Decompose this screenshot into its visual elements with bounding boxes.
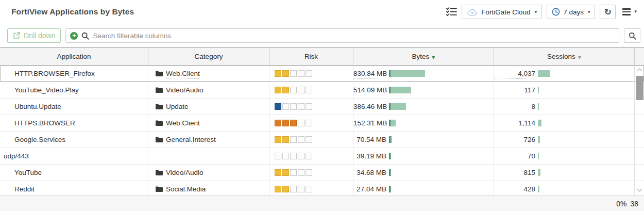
sessions-cell[interactable]: 4,037 — [494, 66, 635, 82]
drill-down-icon — [13, 32, 20, 39]
sessions-cell[interactable]: 726 — [494, 132, 635, 148]
sessions-cell[interactable]: 815 — [494, 165, 635, 181]
scrollbar-thumb[interactable] — [636, 76, 643, 100]
progress-value: 0% — [616, 200, 626, 208]
category-cell[interactable]: Video/Audio — [148, 165, 269, 181]
application-name: HTTPS.BROWSER — [14, 119, 75, 127]
folder-icon — [156, 170, 163, 175]
time-range-dropdown[interactable]: 7 days ▾ — [547, 5, 595, 19]
bytes-cell[interactable]: 386.46 MB — [353, 99, 494, 115]
category-name: General.Interest — [166, 135, 216, 144]
drill-down-button[interactable]: Drill down — [7, 28, 61, 43]
application-cell[interactable]: Reddit — [0, 181, 148, 196]
column-header-bytes[interactable]: Bytes ▾ — [353, 48, 494, 65]
risk-meter — [275, 169, 312, 176]
category-name: Update — [166, 102, 189, 111]
risk-cell — [269, 82, 353, 98]
sessions-cell[interactable]: 428 — [494, 181, 635, 196]
table-header: Application Category Risk Bytes ▾ Sessio… — [0, 47, 644, 66]
category-cell[interactable]: General.Interest — [148, 132, 269, 148]
application-cell[interactable]: udp/443 — [0, 148, 148, 164]
sort-desc-icon: ▾ — [432, 54, 435, 60]
bytes-value: 386.46 MB — [353, 102, 386, 111]
table-row[interactable]: HTTPS.BROWSER Web.Client 152.31 MB 1,114 — [0, 115, 644, 132]
table-row[interactable]: HTTP.BROWSER_Firefox Web.Client 830.84 M… — [0, 66, 644, 82]
search-box[interactable]: + — [65, 28, 619, 43]
folder-icon — [156, 120, 163, 126]
sessions-value: 428 — [494, 185, 535, 194]
sessions-bar — [538, 136, 540, 143]
add-filter-icon[interactable]: + — [70, 32, 78, 40]
table-row[interactable]: Ubuntu.Update Update 386.46 MB 8 — [0, 99, 644, 115]
view-settings-icon[interactable] — [446, 7, 457, 17]
sessions-cell[interactable]: 8 — [494, 99, 635, 115]
category-cell[interactable] — [148, 148, 269, 164]
category-cell[interactable]: Social.Media — [148, 181, 269, 196]
device-dropdown[interactable]: FortiGate Cloud ▾ — [462, 5, 542, 19]
table-row[interactable]: Google.Services General.Interest 70.54 M… — [0, 132, 644, 148]
table-row[interactable]: YouTube_Video.Play Video/Audio 514.09 MB… — [0, 82, 644, 99]
folder-icon — [156, 137, 163, 142]
application-cell[interactable]: YouTube_Video.Play — [0, 82, 148, 98]
table-body: HTTP.BROWSER_Firefox Web.Client 830.84 M… — [0, 66, 644, 196]
sessions-value: 1,114 — [494, 119, 535, 128]
scrollbar[interactable] — [635, 66, 644, 196]
bytes-cell[interactable]: 39.19 MB — [353, 148, 494, 164]
application-cell[interactable]: Google.Services — [0, 132, 148, 148]
risk-meter — [275, 87, 312, 93]
risk-meter — [275, 103, 312, 110]
search-icon — [81, 32, 89, 40]
sessions-cell[interactable]: 117 — [494, 82, 635, 98]
column-header-sessions[interactable]: Sessions ▾ — [494, 48, 635, 65]
scroll-up-icon[interactable] — [637, 69, 642, 74]
risk-meter — [275, 70, 312, 77]
table-row[interactable]: udp/443 39.19 MB 70 — [0, 148, 644, 165]
category-name: Social.Media — [166, 185, 206, 194]
risk-meter — [275, 153, 312, 159]
category-cell[interactable]: Video/Audio — [148, 82, 269, 98]
sessions-value: 8 — [494, 102, 535, 111]
bytes-bar — [389, 103, 406, 110]
table-row[interactable]: Reddit Social.Media 27.04 MB 428 — [0, 181, 644, 196]
risk-meter — [275, 136, 312, 143]
bytes-value: 34.68 MB — [353, 168, 386, 177]
bytes-cell[interactable]: 830.84 MB — [353, 66, 494, 82]
bytes-cell[interactable]: 514.09 MB — [353, 82, 494, 98]
category-cell[interactable]: Web.Client — [148, 66, 269, 82]
refresh-button[interactable]: ↻ — [600, 5, 616, 19]
application-name: Ubuntu.Update — [14, 103, 61, 110]
bytes-value: 152.31 MB — [353, 119, 386, 128]
column-header-risk[interactable]: Risk — [269, 48, 353, 65]
scroll-down-icon[interactable] — [637, 187, 642, 192]
settings-menu-button[interactable]: ▾ — [620, 8, 639, 15]
bytes-cell[interactable]: 34.68 MB — [353, 165, 494, 181]
bytes-bar — [389, 153, 391, 159]
sessions-value: 4,037 — [494, 69, 535, 78]
bytes-cell[interactable]: 70.54 MB — [353, 132, 494, 148]
table-row[interactable]: YouTube Video/Audio 34.68 MB 815 — [0, 165, 644, 181]
sessions-cell[interactable]: 70 — [494, 148, 635, 164]
application-name: YouTube_Video.Play — [14, 86, 79, 94]
risk-cell — [269, 132, 353, 148]
category-cell[interactable]: Update — [148, 99, 269, 115]
application-cell[interactable]: HTTPS.BROWSER — [0, 115, 148, 131]
bytes-cell[interactable]: 152.31 MB — [353, 115, 494, 131]
application-cell[interactable]: YouTube — [0, 165, 148, 181]
sessions-value: 117 — [494, 86, 535, 95]
status-bar: 0% 38 — [0, 196, 644, 211]
category-cell[interactable]: Web.Client — [148, 115, 269, 131]
bytes-bar — [389, 87, 411, 93]
column-header-application[interactable]: Application — [0, 48, 148, 65]
application-cell[interactable]: HTTP.BROWSER_Firefox — [0, 66, 148, 82]
sessions-cell[interactable]: 1,114 — [494, 115, 635, 131]
header-spacer — [635, 48, 644, 65]
bytes-cell[interactable]: 27.04 MB — [353, 181, 494, 196]
fortiview-page: FortiView Applications by Bytes FortiGat… — [0, 0, 644, 211]
sessions-bar — [538, 169, 540, 176]
application-cell[interactable]: Ubuntu.Update — [0, 99, 148, 115]
column-header-category[interactable]: Category — [148, 48, 269, 65]
search-button[interactable] — [624, 28, 640, 43]
search-input[interactable] — [93, 32, 615, 40]
bytes-value: 830.84 MB — [353, 69, 386, 78]
page-title: FortiView Applications by Bytes — [11, 7, 446, 17]
